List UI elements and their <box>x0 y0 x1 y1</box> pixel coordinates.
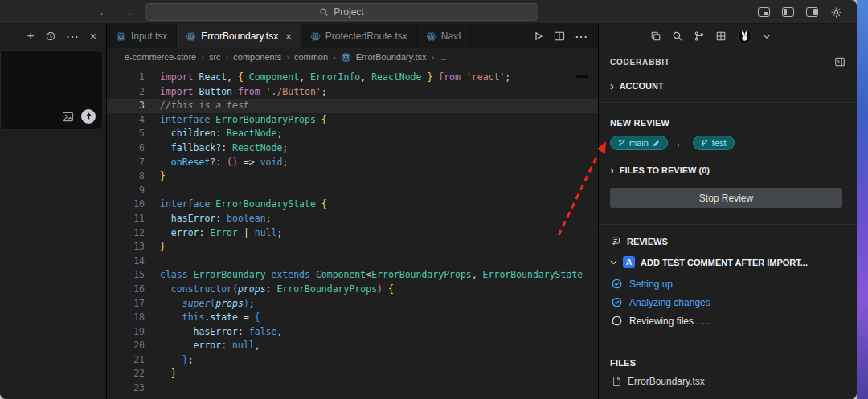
new-review-heading: NEW REVIEW <box>599 103 857 128</box>
run-file-icon[interactable] <box>534 31 543 41</box>
line-number: 6 <box>107 141 145 156</box>
toggle-panel-icon[interactable] <box>758 7 770 17</box>
code-editor[interactable]: 1import React, { Component, ErrorInfo, R… <box>107 66 598 399</box>
tab-label: ErrorBoundary.tsx <box>201 31 278 42</box>
breadcrumb-separator: › <box>432 52 435 62</box>
coderabbit-icon[interactable] <box>737 29 752 44</box>
review-step: Analyzing changes <box>612 293 845 311</box>
coderabbit-sidebar: CODERABBIT › ACCOUNT NEW REVIEW main <box>599 24 857 399</box>
chat-panel: + ··· × <box>0 24 107 399</box>
tab-list: Input.tsxErrorBoundary.tsx×ProtectedRout… <box>107 24 471 48</box>
tab-errorboundary-tsx[interactable]: ErrorBoundary.tsx× <box>177 24 301 48</box>
step-label: Analyzing changes <box>629 297 710 308</box>
file-name: ErrorBoundary.tsx <box>628 376 705 387</box>
tab-navi[interactable]: NavI <box>417 24 471 48</box>
tab-label: NavI <box>441 31 461 42</box>
account-section-header[interactable]: › ACCOUNT <box>599 78 857 94</box>
react-file-icon <box>426 31 436 42</box>
line-number: 7 <box>107 156 145 170</box>
line-number: 11 <box>107 212 145 226</box>
breadcrumb-item[interactable]: common <box>294 52 328 62</box>
code-line: 4interface ErrorBoundaryProps { <box>107 113 598 128</box>
send-chat-icon[interactable] <box>81 109 96 124</box>
file-row[interactable]: ErrorBoundary.tsx <box>612 373 845 390</box>
sidebar-toolbar <box>599 24 857 48</box>
reviews-icon <box>610 236 620 246</box>
review-step: Setting up <box>612 275 845 293</box>
line-number: 1 <box>107 71 145 85</box>
line-number: 22 <box>107 367 145 381</box>
files-to-review-header[interactable]: › FILES TO REVIEW (0) <box>599 162 857 178</box>
new-chat-icon[interactable]: + <box>27 30 34 43</box>
breadcrumb-item[interactable]: src <box>209 52 221 62</box>
chat-input-card[interactable] <box>0 50 103 130</box>
more-actions-icon[interactable]: ··· <box>67 31 80 43</box>
grid-icon[interactable] <box>715 31 727 42</box>
branch-icon <box>701 139 708 147</box>
settings-gear-icon[interactable] <box>830 6 842 18</box>
review-item[interactable]: A ADD TEST COMMENT AFTER IMPORT... <box>599 246 857 268</box>
breadcrumb-separator: › <box>286 52 289 62</box>
chevron-right-icon: › <box>610 80 614 92</box>
attach-image-icon[interactable] <box>62 112 74 122</box>
command-center-search[interactable]: Project <box>145 3 538 21</box>
code-lines: 1import React, { Component, ErrorInfo, R… <box>107 71 598 396</box>
chevron-down-icon[interactable] <box>763 34 771 39</box>
files-heading: FILES <box>599 348 857 368</box>
source-branch-badge[interactable]: main <box>610 136 668 150</box>
stop-review-button[interactable]: Stop Review <box>610 188 842 208</box>
search-icon[interactable] <box>672 31 683 42</box>
line-number: 9 <box>107 184 145 198</box>
line-number: 17 <box>107 297 145 311</box>
line-number: 3 <box>107 99 145 113</box>
sidebar-title: CODERABBIT <box>610 58 670 67</box>
review-steps: Setting upAnalyzing changesReviewing fil… <box>599 268 857 330</box>
review-avatar-badge: A <box>623 256 635 268</box>
branch-selector: main ← test <box>599 128 857 150</box>
line-number: 2 <box>107 85 145 100</box>
chevron-down-icon <box>610 260 617 265</box>
close-tab-icon[interactable]: × <box>285 31 292 43</box>
toggle-primary-sidebar-icon[interactable] <box>782 7 794 17</box>
titlebar: ← → Project <box>0 0 857 24</box>
code-line: 15class ErrorBoundary extends Component<… <box>107 268 598 283</box>
code-line: 11 hasError: boolean; <box>107 212 598 226</box>
progress-circle-icon <box>612 316 622 326</box>
code-line: 2import Button from './Button'; <box>107 85 598 100</box>
code-line: 13} <box>107 240 598 254</box>
editor-more-actions-icon[interactable]: ··· <box>575 31 588 43</box>
code-line: 14 <box>107 254 598 269</box>
code-line: 20 error: null, <box>107 339 598 353</box>
line-number: 23 <box>107 381 145 396</box>
reviews-heading: REVIEWS <box>627 237 668 246</box>
code-line: 23 <box>107 381 598 396</box>
breadcrumb-item[interactable]: ErrorBoundary.tsx <box>356 52 427 62</box>
line-number: 8 <box>107 169 145 184</box>
check-circle-icon <box>612 279 622 289</box>
close-panel-icon[interactable]: × <box>90 30 96 43</box>
breadcrumb-separator: › <box>226 52 229 62</box>
tab-protectedroute-tsx[interactable]: ProtectedRoute.tsx <box>301 24 417 48</box>
open-panel-icon[interactable] <box>834 56 845 67</box>
target-branch-badge[interactable]: test <box>693 136 735 150</box>
line-number: 13 <box>107 240 145 254</box>
branch-icon <box>618 139 625 147</box>
breadcrumb-item[interactable]: components <box>233 52 281 62</box>
history-icon[interactable] <box>45 31 56 42</box>
source-control-icon[interactable] <box>694 31 705 42</box>
line-number: 4 <box>107 113 145 128</box>
forward-arrow-icon[interactable]: → <box>122 6 133 18</box>
toggle-secondary-sidebar-icon[interactable] <box>806 7 818 17</box>
account-label: ACCOUNT <box>620 81 664 91</box>
breadcrumb-separator: › <box>333 52 336 62</box>
tab-input-tsx[interactable]: Input.tsx <box>107 24 177 48</box>
target-branch-label: test <box>712 138 727 148</box>
split-editor-icon[interactable] <box>554 31 565 41</box>
copy-icon[interactable] <box>650 31 661 42</box>
breadcrumb-item[interactable]: ... <box>439 52 446 62</box>
code-line: 3//this is a test <box>107 99 598 113</box>
edit-branch-icon[interactable] <box>653 140 660 147</box>
breadcrumb-item[interactable]: e-commerce-store <box>125 52 196 62</box>
back-arrow-icon[interactable]: ← <box>98 6 109 18</box>
line-number: 20 <box>107 339 145 353</box>
